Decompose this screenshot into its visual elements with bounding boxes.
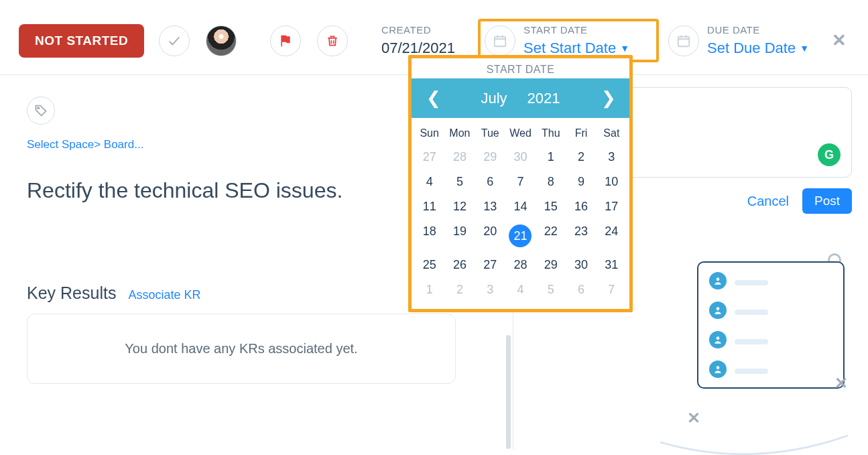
calendar-day[interactable]: 5: [536, 277, 566, 302]
svg-point-2: [38, 107, 40, 109]
calendar-day[interactable]: 19: [444, 219, 475, 253]
tag-icon: [34, 104, 48, 117]
calendar-day[interactable]: 8: [536, 170, 566, 194]
trash-icon: [326, 34, 339, 48]
caret-down-icon: ▼: [800, 43, 809, 54]
key-results-empty: You dont have any KRs associated yet.: [27, 314, 456, 384]
calendar-day[interactable]: 28: [444, 145, 475, 170]
svg-point-5: [717, 336, 720, 340]
calendar-day[interactable]: 1: [414, 277, 444, 302]
post-button[interactable]: Post: [802, 188, 852, 214]
caret-down-icon: ▼: [620, 43, 629, 54]
calendar-dow: Sun: [414, 122, 444, 145]
scrollbar[interactable]: [506, 335, 511, 449]
calendar-day[interactable]: 7: [597, 277, 627, 302]
decorative-curve: [660, 422, 848, 455]
assignee-avatar[interactable]: [206, 25, 237, 56]
calendar-day[interactable]: 25: [414, 253, 444, 277]
calendar-day[interactable]: 4: [505, 277, 536, 302]
calendar-day[interactable]: 3: [597, 145, 627, 170]
calendar-day[interactable]: 29: [475, 145, 505, 170]
start-date-icon-button[interactable]: [485, 25, 515, 56]
svg-rect-1: [678, 36, 690, 46]
calendar-day[interactable]: 20: [475, 219, 505, 253]
calendar-header: ❮ July 2021 ❯: [412, 78, 629, 118]
calendar-day[interactable]: 9: [566, 170, 596, 194]
calendar-day[interactable]: 17: [597, 194, 627, 219]
check-icon: [167, 34, 182, 48]
calendar-day[interactable]: 10: [597, 170, 627, 194]
calendar-day[interactable]: 6: [475, 170, 505, 194]
calendar-day[interactable]: 5: [444, 170, 475, 194]
calendar-day[interactable]: 2: [566, 145, 596, 170]
calendar-prev-button[interactable]: ❮: [426, 88, 440, 109]
svg-point-3: [717, 277, 720, 281]
tags-button[interactable]: [27, 96, 55, 125]
complete-button[interactable]: [159, 25, 190, 56]
calendar-day[interactable]: 13: [475, 194, 505, 219]
breadcrumb[interactable]: Select Space> Board...: [27, 138, 143, 151]
grammarly-icon[interactable]: G: [818, 143, 841, 166]
empty-state-illustration: [697, 261, 845, 389]
decorative-x: ✕: [834, 374, 848, 393]
due-date-icon-button[interactable]: [668, 25, 699, 56]
flag-icon: [279, 34, 292, 48]
calendar-dow: Sat: [597, 122, 627, 145]
calendar-month[interactable]: July: [481, 90, 507, 107]
calendar-day[interactable]: 1: [536, 145, 566, 170]
calendar-day[interactable]: 30: [566, 253, 596, 277]
svg-rect-0: [495, 36, 506, 46]
calendar-grid: SunMonTueWedThuFriSat2728293012345678910…: [412, 118, 629, 309]
status-button[interactable]: NOT STARTED: [19, 24, 144, 58]
calendar-dow: Fri: [566, 122, 596, 145]
calendar-day[interactable]: 16: [566, 194, 596, 219]
start-date-calendar: START DATE ❮ July 2021 ❯ SunMonTueWedThu…: [408, 55, 633, 312]
due-date-label: DUE DATE: [707, 24, 809, 36]
calendar-year[interactable]: 2021: [528, 90, 560, 107]
calendar-day[interactable]: 27: [475, 253, 505, 277]
calendar-day[interactable]: 23: [566, 219, 596, 253]
calendar-day[interactable]: 27: [414, 145, 444, 170]
flag-button[interactable]: [270, 25, 301, 56]
calendar-day[interactable]: 30: [505, 145, 536, 170]
calendar-day[interactable]: 21: [505, 219, 536, 253]
calendar-day[interactable]: 31: [597, 253, 627, 277]
calendar-icon: [676, 34, 691, 48]
calendar-day[interactable]: 15: [536, 194, 566, 219]
calendar-day[interactable]: 11: [414, 194, 444, 219]
calendar-dow: Tue: [475, 122, 505, 145]
calendar-day[interactable]: 29: [536, 253, 566, 277]
calendar-dow: Mon: [444, 122, 475, 145]
calendar-day[interactable]: 28: [505, 253, 536, 277]
svg-point-4: [717, 307, 720, 310]
calendar-day[interactable]: 2: [444, 277, 475, 302]
calendar-day[interactable]: 3: [475, 277, 505, 302]
calendar-day[interactable]: 6: [566, 277, 596, 302]
due-date-value: Set Due Date: [707, 40, 796, 57]
close-button[interactable]: ✕: [829, 30, 849, 51]
associate-kr-link[interactable]: Associate KR: [128, 288, 200, 302]
calendar-day[interactable]: 22: [536, 219, 566, 253]
calendar-day[interactable]: 12: [444, 194, 475, 219]
calendar-day[interactable]: 4: [414, 170, 444, 194]
calendar-icon: [493, 34, 507, 48]
created-date: CREATED 07/21/2021: [381, 24, 455, 57]
calendar-dow: Thu: [536, 122, 566, 145]
calendar-day[interactable]: 18: [414, 219, 444, 253]
set-due-date-link[interactable]: Set Due Date ▼: [707, 40, 809, 57]
calendar-day[interactable]: 24: [597, 219, 627, 253]
delete-button[interactable]: [317, 25, 348, 56]
calendar-day[interactable]: 14: [505, 194, 536, 219]
svg-point-6: [717, 366, 720, 369]
calendar-title: START DATE: [412, 58, 629, 78]
calendar-dow: Wed: [505, 122, 536, 145]
start-date-label: START DATE: [523, 24, 629, 36]
calendar-next-button[interactable]: ❯: [601, 88, 615, 109]
key-results-heading: Key Results: [27, 283, 116, 303]
calendar-day[interactable]: 26: [444, 253, 475, 277]
cancel-button[interactable]: Cancel: [747, 194, 789, 209]
calendar-day[interactable]: 7: [505, 170, 536, 194]
due-date-block: DUE DATE Set Due Date ▼: [668, 24, 829, 57]
created-label: CREATED: [381, 24, 455, 36]
